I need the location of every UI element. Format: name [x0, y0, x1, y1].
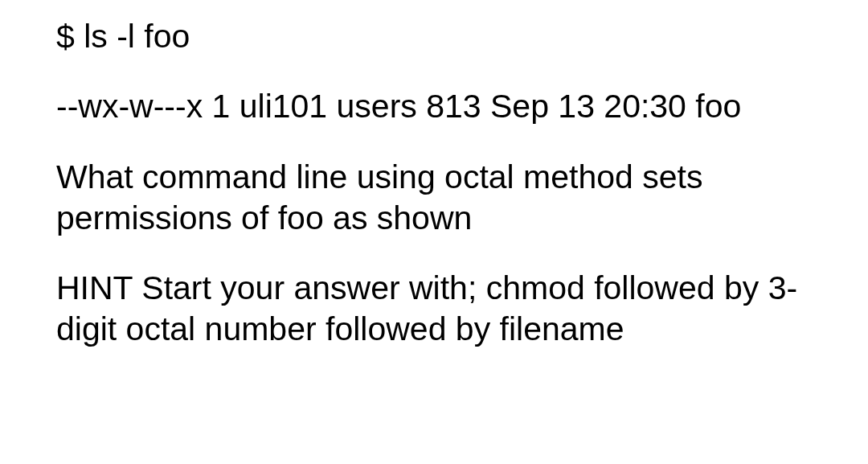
ls-output-line: --wx-w---x 1 uli101 users 813 Sep 13 20:… [56, 86, 812, 127]
shell-command-line: $ ls -l foo [56, 16, 812, 57]
question-hint: HINT Start your answer with; chmod follo… [56, 268, 812, 351]
question-document: $ ls -l foo --wx-w---x 1 uli101 users 81… [0, 0, 868, 367]
question-prompt: What command line using octal method set… [56, 157, 812, 240]
